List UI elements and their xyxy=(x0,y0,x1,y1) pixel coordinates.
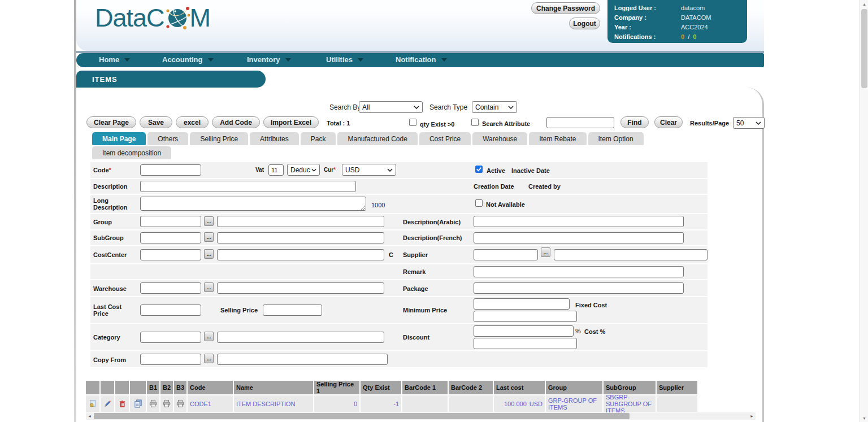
tab-item-rebate[interactable]: Item Rebate xyxy=(529,132,586,145)
excel-button[interactable]: excel xyxy=(176,116,209,128)
subgroup-browse-button[interactable]: ... xyxy=(204,232,214,242)
costcenter-browse-button[interactable]: ... xyxy=(204,249,214,259)
code-input[interactable] xyxy=(140,164,201,176)
form-row-long-description: Long Description 1000 Not Available xyxy=(90,195,708,213)
vat-input[interactable] xyxy=(268,164,284,176)
tab-main-page[interactable]: Main Page xyxy=(92,132,146,145)
nav-item-notification[interactable]: Notification xyxy=(396,55,447,64)
long-description-textarea[interactable] xyxy=(140,197,366,211)
page-vertical-scrollbar[interactable]: ▲ ▼ xyxy=(860,0,868,422)
qty-exist-checkbox[interactable] xyxy=(409,119,416,126)
group-name-input[interactable] xyxy=(217,216,384,227)
table-horizontal-scrollbar[interactable]: ◄ ► xyxy=(86,412,756,420)
row-name-link[interactable]: ITEM DESCRIPTION xyxy=(234,395,313,412)
results-per-page-label: Results/Page xyxy=(690,120,729,127)
costcenter-name-input[interactable] xyxy=(217,249,384,260)
vat-type-select[interactable]: Deduc xyxy=(287,164,320,176)
scroll-down-arrow[interactable]: ▼ xyxy=(860,414,868,422)
results-per-page-select[interactable]: 50 xyxy=(733,117,765,129)
category-browse-button[interactable]: ... xyxy=(204,332,214,341)
not-available-checkbox[interactable] xyxy=(475,199,483,207)
tab-item-option[interactable]: Item Option xyxy=(588,132,644,145)
tab-others[interactable]: Others xyxy=(147,132,188,145)
warehouse-code-input[interactable] xyxy=(140,282,201,294)
group-browse-button[interactable]: ... xyxy=(204,216,214,226)
table-row: CODE1 ITEM DESCRIPTION 0 -1 100.000 USD … xyxy=(86,395,697,412)
description-input[interactable] xyxy=(140,181,356,192)
search-attribute-checkbox[interactable] xyxy=(471,119,479,126)
scroll-up-arrow[interactable]: ▲ xyxy=(860,0,868,8)
scroll-left-arrow[interactable]: ◄ xyxy=(86,412,93,420)
nav-item-utilities[interactable]: Utilities xyxy=(326,55,363,64)
find-button[interactable]: Find xyxy=(620,116,649,128)
tab-warehouse[interactable]: Warehouse xyxy=(472,132,527,145)
warehouse-browse-button[interactable]: ... xyxy=(204,282,214,292)
warehouse-label: Warehouse xyxy=(93,285,127,292)
discount-input-2[interactable] xyxy=(474,338,577,349)
active-checkbox[interactable] xyxy=(475,166,483,173)
category-code-input[interactable] xyxy=(140,332,201,343)
currency-select[interactable]: USD xyxy=(342,164,396,176)
scroll-right-arrow[interactable]: ► xyxy=(748,412,756,420)
supplier-name-input[interactable] xyxy=(554,249,708,260)
minimum-price-input-1[interactable] xyxy=(474,298,570,310)
description-french-input[interactable] xyxy=(474,232,684,243)
tab-cost-price[interactable]: Cost Price xyxy=(419,132,471,145)
group-code-input[interactable] xyxy=(140,216,201,227)
created-by-label: Created by xyxy=(528,183,561,190)
import-excel-button[interactable]: Import Excel xyxy=(263,116,319,128)
tab-selling-price[interactable]: Selling Price xyxy=(190,132,248,145)
search-by-select[interactable]: All xyxy=(359,101,423,113)
discount-input-1[interactable] xyxy=(474,325,574,337)
search-input[interactable] xyxy=(546,117,614,128)
search-type-select[interactable]: Contain xyxy=(472,101,517,113)
tab-manufactured-code[interactable]: Manufactured Code xyxy=(337,132,417,145)
print-barcode1-icon[interactable] xyxy=(147,395,159,412)
tab-item-decomposition[interactable]: Item decomposition xyxy=(92,146,171,159)
delete-icon[interactable] xyxy=(115,395,129,412)
print-barcode2-icon[interactable] xyxy=(160,395,173,412)
costcenter-code-input[interactable] xyxy=(140,249,201,260)
save-button[interactable]: Save xyxy=(140,116,172,128)
category-name-input[interactable] xyxy=(217,332,384,343)
tab-pack[interactable]: Pack xyxy=(301,132,336,145)
year-row: Year : ACC2024 xyxy=(614,22,741,32)
nav-item-accounting[interactable]: Accounting xyxy=(162,55,214,64)
user-info-panel: Logged User : datacom Company : DATACOM … xyxy=(607,0,747,43)
row-subgroup: SBGRP-SUBGROUP OF ITEMS xyxy=(604,395,656,412)
copy-icon[interactable] xyxy=(130,395,146,412)
supplier-browse-button[interactable]: ... xyxy=(541,247,550,257)
change-password-button[interactable]: Change Password xyxy=(531,2,600,14)
logout-button[interactable]: Logout xyxy=(569,18,600,29)
last-cost-price-input[interactable] xyxy=(140,304,201,316)
not-available-label: Not Available xyxy=(486,201,525,208)
supplier-code-input[interactable] xyxy=(474,249,538,260)
vertical-scroll-thumb[interactable] xyxy=(861,9,867,88)
selling-price-input[interactable] xyxy=(263,304,322,316)
minimum-price-input-2[interactable] xyxy=(474,311,577,322)
copy-from-name-input[interactable] xyxy=(217,354,388,365)
subgroup-code-input[interactable] xyxy=(140,232,201,243)
package-input[interactable] xyxy=(474,282,684,294)
cost-percent-label: Cost % xyxy=(584,328,605,335)
print-barcode3-icon[interactable] xyxy=(174,395,186,412)
edit-icon[interactable] xyxy=(101,395,114,412)
warehouse-name-input[interactable] xyxy=(217,282,384,294)
horizontal-scroll-thumb[interactable] xyxy=(94,413,630,419)
tab-attributes[interactable]: Attributes xyxy=(250,132,299,145)
clear-button[interactable]: Clear xyxy=(654,116,683,128)
nav-item-inventory[interactable]: Inventory xyxy=(247,55,291,64)
copy-from-code-input[interactable] xyxy=(140,354,201,365)
subgroup-name-input[interactable] xyxy=(217,232,384,243)
nav-item-home[interactable]: Home xyxy=(99,55,130,64)
form-row-copy-from: Copy From ... xyxy=(90,351,708,367)
description-arabic-input[interactable] xyxy=(474,216,684,227)
copy-from-browse-button[interactable]: ... xyxy=(204,354,214,363)
select-row-icon[interactable] xyxy=(86,395,99,412)
row-code-link[interactable]: CODE1 xyxy=(188,395,233,412)
add-code-button[interactable]: Add Code xyxy=(212,116,260,128)
description-french-label: Description(French) xyxy=(403,234,462,241)
total-count: Total : 1 xyxy=(327,120,350,127)
remark-input[interactable] xyxy=(474,266,684,277)
clear-page-button[interactable]: Clear Page xyxy=(86,116,136,128)
